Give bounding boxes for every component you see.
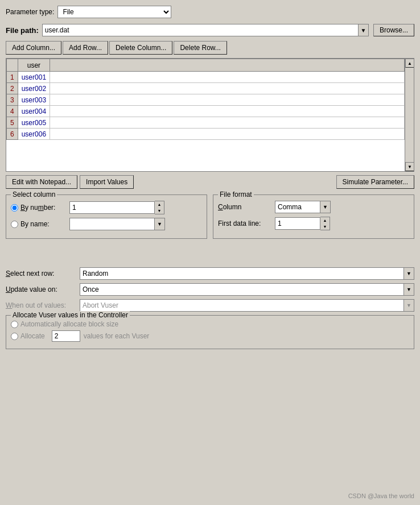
by-number-down-arrow[interactable]: ▼	[155, 208, 164, 214]
by-name-input[interactable]	[69, 218, 155, 230]
table-row: 1user001	[7, 72, 405, 83]
watermark: CSDN @Java the world	[348, 492, 414, 499]
allocate-value-input[interactable]	[52, 330, 80, 342]
first-data-line-spinbox: ▲ ▼	[320, 217, 330, 230]
table-row: 2user002	[7, 83, 405, 94]
table-cell-user[interactable]: user005	[18, 117, 50, 129]
by-number-label: By number:	[20, 204, 66, 212]
first-data-line-down[interactable]: ▼	[320, 223, 330, 230]
browse-button[interactable]: Browse...	[373, 24, 414, 36]
scroll-down-arrow[interactable]: ▼	[405, 162, 414, 171]
table-row-num: 5	[7, 117, 18, 129]
by-name-dropdown-btn[interactable]: ▼	[155, 218, 165, 230]
when-out-of-values-dropdown-btn[interactable]: ▼	[404, 299, 414, 312]
table-cell-user[interactable]: user001	[18, 72, 50, 83]
select-column-title: Select column	[11, 191, 57, 198]
data-table-container: user 1user0012user0023user0034user0045us…	[6, 58, 414, 172]
simulate-param-button[interactable]: Simulate Parameter...	[336, 175, 414, 189]
table-cell-user[interactable]: user004	[18, 106, 50, 117]
allocate-suffix: values for each Vuser	[84, 332, 150, 340]
import-values-button[interactable]: Import Values	[80, 175, 134, 189]
first-data-line-input[interactable]	[275, 217, 320, 230]
table-row: 6user006	[7, 129, 405, 140]
table-scrollbar[interactable]: ▲ ▼	[405, 59, 414, 171]
table-row-num: 3	[7, 94, 18, 106]
allocate-group: Allocate Vuser values in the Controller …	[6, 315, 414, 349]
select-column-group: Select column By number: ▲ ▼ By name: ▼	[6, 194, 207, 239]
add-column-button[interactable]: Add Column...	[6, 41, 61, 55]
table-row: 3user003	[7, 94, 405, 106]
table-row-num: 2	[7, 83, 18, 94]
param-type-label: Parameter type:	[6, 8, 54, 16]
column-select[interactable]: Comma Tab Space Other	[275, 201, 320, 213]
table-cell-empty	[50, 106, 405, 117]
select-next-row-dropdown-btn[interactable]: ▼	[404, 267, 414, 280]
table-cell-user[interactable]: user003	[18, 94, 50, 106]
auto-allocate-radio[interactable]	[11, 321, 18, 328]
by-number-radio[interactable]	[11, 204, 18, 212]
table-row-num: 4	[7, 106, 18, 117]
data-table: user 1user0012user0023user0034user0045us…	[6, 59, 405, 140]
update-value-on-label: Update value on:	[6, 285, 80, 293]
table-row-num: 1	[7, 72, 18, 83]
by-number-input[interactable]	[69, 201, 155, 214]
table-cell-empty	[50, 117, 405, 129]
allocate-group-title: Allocate Vuser values in the Controller	[11, 311, 130, 319]
table-cell-empty	[50, 83, 405, 94]
select-next-row-label: Select next row:	[6, 270, 80, 278]
first-data-line-label: First data line:	[218, 220, 275, 227]
scroll-up-arrow[interactable]: ▲	[405, 59, 414, 68]
file-path-dropdown-btn[interactable]: ▼	[359, 24, 369, 36]
when-out-of-values-select[interactable]: Abort Vuser Continue in Cyclic Manner Co…	[80, 299, 404, 312]
table-row: 5user005	[7, 117, 405, 129]
delete-column-button[interactable]: Delete Column...	[109, 41, 172, 55]
by-name-radio[interactable]	[11, 221, 18, 228]
table-cell-empty	[50, 129, 405, 140]
by-name-label: By name:	[20, 220, 66, 228]
table-cell-user[interactable]: user006	[18, 129, 50, 140]
column-select-wrap: Comma Tab Space Other ▼	[275, 201, 331, 213]
table-cell-user[interactable]: user002	[18, 83, 50, 94]
table-row-num: 6	[7, 129, 18, 140]
allocate-label: Allocate	[20, 332, 45, 340]
column-label: Column	[218, 203, 275, 211]
select-next-row-select[interactable]: Random Sequential Unique Same Line as Co…	[80, 267, 404, 280]
by-number-spinbox-arrows: ▲ ▼	[155, 201, 164, 214]
delete-row-button[interactable]: Delete Row...	[174, 41, 227, 55]
file-path-input[interactable]	[42, 24, 359, 36]
table-header-empty	[50, 59, 405, 72]
when-out-of-values-label: When out of values:	[6, 301, 80, 309]
edit-notepad-button[interactable]: Edit with Notepad...	[6, 175, 77, 189]
update-value-on-select[interactable]: Once Each Iteration Each Occurrence	[80, 283, 404, 296]
table-header-rownum	[7, 59, 18, 72]
table-cell-empty	[50, 94, 405, 106]
table-cell-empty	[50, 72, 405, 83]
update-value-on-dropdown-btn[interactable]: ▼	[404, 283, 414, 296]
allocate-n-radio[interactable]	[11, 333, 18, 340]
table-row: 4user004	[7, 106, 405, 117]
param-type-select[interactable]: File	[57, 6, 171, 18]
add-row-button[interactable]: Add Row...	[63, 41, 108, 55]
file-format-group: File format Column Comma Tab Space Other…	[213, 194, 414, 239]
first-data-line-up[interactable]: ▲	[320, 217, 330, 223]
file-format-title: File format	[218, 191, 254, 198]
file-path-label: File path:	[6, 26, 39, 35]
column-dropdown-btn[interactable]: ▼	[320, 201, 331, 213]
by-number-up-arrow[interactable]: ▲	[155, 201, 164, 208]
table-header-user[interactable]: user	[18, 59, 50, 72]
auto-allocate-label: Automatically allocate block size	[20, 320, 118, 328]
